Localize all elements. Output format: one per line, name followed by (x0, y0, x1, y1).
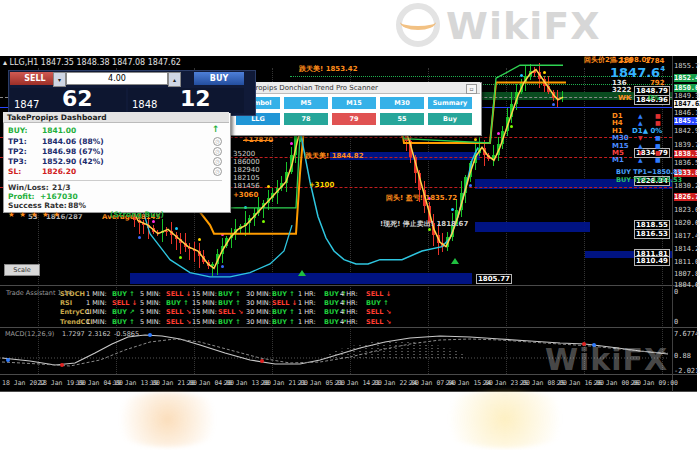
chart-annotation: 跌天美! 1853.42 (299, 64, 358, 74)
lot-spin-down[interactable]: ▾ (53, 72, 66, 87)
scanner-header-m30[interactable]: M30 (380, 97, 424, 109)
scanner-cell-1[interactable]: 78 (284, 113, 328, 125)
clock-icon: ◷ (213, 147, 222, 156)
dashboard-tp0-label: TP1: (8, 137, 27, 146)
time-axis-surface[interactable] (0, 375, 672, 392)
ta-time-label: 4 HR: (340, 299, 358, 307)
scale-button[interactable]: Scale (4, 264, 40, 276)
dashboard-tp2-value: 1852.90 (42%) (42, 157, 104, 166)
indicator-dot (221, 233, 224, 236)
trend-square-icon: ■ (655, 134, 661, 141)
candle-body (556, 98, 559, 99)
ta-time-label: 5 MIN: (140, 318, 161, 326)
candle-body (221, 246, 224, 254)
chart-annotation: 回头! 盈亏! 1835.72 (386, 193, 457, 203)
ta-time-label: 1 MIN: (86, 290, 107, 298)
indicator-dot (221, 265, 224, 268)
indicator-dot (138, 236, 141, 239)
scanner-header-m5[interactable]: M5 (284, 97, 328, 109)
lot-size-input[interactable]: 4.00 (66, 72, 168, 85)
trend-arrow-icon: ▲ (638, 142, 643, 149)
buy-button[interactable]: BUY (194, 72, 244, 85)
scanner-title-bar[interactable]: TakePropips Donchian Trend Pro Scanner (230, 82, 480, 94)
chart-annotation: +3060 (233, 191, 258, 199)
ta-time-label: 1 HR: (298, 299, 316, 307)
indicator-dot (474, 138, 477, 141)
price-axis-surface[interactable] (672, 56, 697, 376)
ta-indicator-name: RSI (60, 299, 72, 307)
candle-body (244, 223, 247, 227)
candle-body (211, 264, 214, 266)
candle-body (156, 232, 159, 233)
dashboard-winloss-value: 21/3 (52, 183, 70, 192)
candle-body (267, 198, 270, 203)
dashboard-winloss-label: Win/Loss: (8, 183, 49, 192)
scanner-cell-2[interactable]: 79 (332, 113, 376, 125)
stat-2: 3222 (612, 86, 631, 94)
candle-body (515, 92, 518, 104)
candle-body (165, 231, 168, 232)
candle-body (437, 235, 440, 243)
scanner-header-m15[interactable]: M15 (332, 97, 376, 109)
candle-body (460, 193, 463, 210)
candle-wick (180, 233, 181, 254)
trend-arrow-icon: ▼ (638, 134, 643, 141)
wikifx-watermark-top: WikiFX (446, 4, 601, 48)
indicator-dot (543, 71, 546, 74)
trend-arrow-icon: ▲ (638, 119, 643, 126)
indicator-dot (451, 208, 454, 211)
candle-body (520, 82, 523, 92)
ta-time-label: 30 MIN: (246, 299, 271, 307)
candle-body (147, 225, 150, 229)
signal-arrow-up (451, 258, 459, 264)
comment-value: 182940 (233, 166, 260, 174)
candle-body (234, 229, 237, 233)
ta-signal-value: BUY ↑ (366, 299, 389, 307)
candle-body (276, 188, 279, 193)
candle-body (152, 228, 155, 232)
ta-signal-value: SELL ↘ (366, 308, 391, 316)
ta-signal-value: BUY ↑ (218, 318, 241, 326)
clock-icon: ◷ (213, 167, 222, 176)
clock-icon: ◷ (213, 157, 222, 166)
candle-body (142, 223, 145, 225)
lot-spin-up[interactable]: ▴ (168, 72, 181, 87)
wk-label: WK (618, 94, 631, 102)
ta-signal-value: BUY ↑ (112, 290, 135, 298)
wikifx-logo-swoosh (400, 14, 436, 30)
ta-time-label: 5 MIN: (140, 299, 161, 307)
ask-main: 1848 (132, 99, 157, 110)
dashboard-buy-arrow-icon: ↑ (212, 124, 220, 134)
ask-price-display: 1848 12 (128, 88, 244, 113)
candle-body (492, 155, 495, 159)
candle-body (533, 71, 536, 72)
ta-time-label: 30 MIN: (246, 290, 271, 298)
candle-body (501, 131, 504, 144)
scanner-close-button[interactable]: ▫ (466, 84, 477, 94)
dashboard-header[interactable]: TakePropips Dashboard (3, 112, 229, 123)
pane-separator (0, 327, 697, 328)
ta-signal-value: SELL ↓ (112, 299, 137, 307)
candle-body (285, 172, 288, 183)
candle-body (487, 155, 490, 159)
ta-signal-value: BUY ↑ (272, 318, 295, 326)
scanner-header-summary[interactable]: Summary (428, 97, 472, 109)
scanner-cell-4[interactable]: Buy (428, 113, 472, 125)
comment-value: 35200 (233, 150, 255, 158)
ta-time-label: 1 MIN: (86, 299, 107, 307)
candle-body (409, 141, 412, 157)
candle-body (184, 243, 187, 247)
price-level-label: 1816.53 (634, 229, 670, 239)
candle-body (464, 177, 467, 194)
candle-body (524, 76, 527, 83)
scanner-cell-3[interactable]: 55 (380, 113, 424, 125)
candle-body (202, 256, 205, 262)
stat-1r: 792 (650, 79, 665, 87)
candle-body (290, 155, 293, 171)
indicator-dot (520, 74, 523, 77)
current-price-big: 1847.64 (610, 65, 665, 80)
ta-time-label: 15 MIN: (192, 290, 217, 298)
ta-signal-value: BUY ↑ (166, 299, 189, 307)
candle-body (483, 148, 486, 155)
ta-time-label: 1 MIN: (86, 308, 107, 316)
